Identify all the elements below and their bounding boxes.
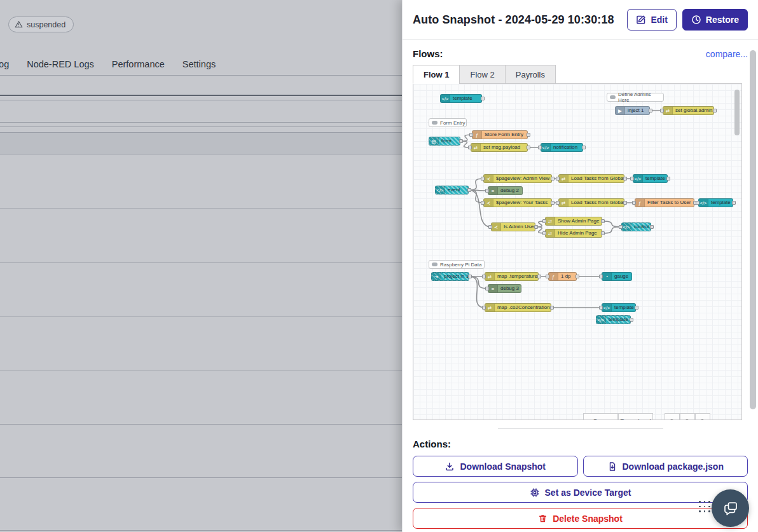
compare-link[interactable]: compare... bbox=[706, 49, 748, 59]
node-port bbox=[556, 201, 560, 205]
table-row-line bbox=[0, 126, 402, 127]
flow-node: ⇄map .co2Concentration bbox=[485, 303, 551, 312]
flow-node: ⇄set global.admins bbox=[663, 106, 714, 115]
download-package-button[interactable]: Download package.json bbox=[583, 456, 748, 477]
node-port bbox=[459, 139, 463, 143]
flow-node: </>template bbox=[440, 94, 482, 103]
zoom-in-icon bbox=[699, 417, 706, 420]
node-port bbox=[482, 306, 486, 310]
node-label: notification bbox=[551, 144, 582, 151]
node-port bbox=[485, 189, 489, 193]
flow-tab-payrolls[interactable]: Payrolls bbox=[505, 65, 556, 84]
download-snapshot-label: Download Snapshot bbox=[460, 461, 546, 472]
flow-node: </>notification bbox=[541, 143, 583, 152]
tab-settings[interactable]: Settings bbox=[183, 59, 216, 69]
node-label: template bbox=[606, 316, 631, 324]
comment-label: Form Entry bbox=[440, 120, 465, 126]
node-label: set global.admins bbox=[673, 107, 714, 114]
tab-log[interactable]: Log bbox=[0, 59, 9, 69]
node-port bbox=[551, 177, 555, 181]
chat-launcher-button[interactable] bbox=[712, 489, 749, 527]
node-port bbox=[619, 225, 623, 229]
node-port bbox=[546, 275, 549, 278]
node-label: gauge bbox=[612, 273, 631, 280]
node-port bbox=[732, 201, 736, 205]
drag-handle-dots[interactable] bbox=[699, 501, 710, 512]
node-label: Load Tasks from Global bbox=[568, 199, 624, 207]
flow-node: ƒ1 dp bbox=[548, 272, 577, 281]
node-port bbox=[538, 146, 542, 149]
zoom-out-button[interactable] bbox=[665, 413, 680, 420]
switch-icon: ≺ bbox=[484, 199, 493, 207]
flow-node: ⇄Show Admin Page bbox=[545, 217, 602, 226]
change-icon: ⇄ bbox=[546, 217, 555, 225]
link-icon: ⇥ bbox=[432, 273, 441, 280]
flow-comment: Raspberry Pi Data bbox=[429, 260, 485, 269]
viewer-export-buttons: Copy Download bbox=[583, 413, 653, 420]
background-page: suspended Log Node-RED Logs Performance … bbox=[0, 0, 402, 532]
node-label: 1 dp bbox=[558, 273, 576, 280]
tab-node-red-logs[interactable]: Node-RED Logs bbox=[27, 59, 94, 69]
node-label: template bbox=[643, 175, 668, 182]
function-icon: ƒ bbox=[549, 273, 558, 280]
drawer-scrollbar-thumb[interactable] bbox=[750, 50, 756, 409]
node-label: Is Admin User bbox=[501, 223, 535, 231]
form-icon: ▤ bbox=[429, 137, 439, 145]
node-port bbox=[713, 109, 717, 113]
viewer-zoom-buttons bbox=[665, 413, 710, 420]
edit-button[interactable]: Edit bbox=[627, 9, 676, 31]
node-port bbox=[482, 275, 486, 278]
table-row-line bbox=[0, 122, 402, 123]
node-label: template bbox=[708, 199, 733, 207]
table-row-line bbox=[0, 132, 402, 133]
change-icon: ⇄ bbox=[559, 199, 568, 207]
zoom-in-button[interactable] bbox=[695, 413, 710, 420]
node-port bbox=[649, 109, 652, 113]
node-port bbox=[481, 97, 485, 100]
inject-icon: ▶ bbox=[616, 107, 625, 114]
flow-node: ≡debug 3 bbox=[488, 284, 521, 293]
table-row-line bbox=[0, 371, 402, 371]
delete-snapshot-button[interactable]: Delete Snapshot bbox=[413, 508, 748, 529]
node-label: form bbox=[439, 137, 460, 145]
flow-tab-flow-1[interactable]: Flow 1 bbox=[413, 65, 459, 84]
flow-node: ▤form bbox=[429, 137, 460, 146]
suspended-badge: suspended bbox=[8, 17, 74, 32]
table-row-line bbox=[0, 100, 402, 100]
download-icon bbox=[444, 461, 455, 472]
zoom-reset-icon bbox=[684, 417, 691, 420]
download-button[interactable]: Download bbox=[618, 413, 653, 420]
node-label: project in 1 bbox=[441, 273, 469, 280]
flows-label: Flows: bbox=[413, 48, 443, 59]
flow-node: ⇄map .temperature bbox=[485, 272, 539, 281]
node-label: debug 3 bbox=[498, 285, 521, 292]
change-icon: ⇄ bbox=[485, 273, 495, 280]
canvas-scrollbar-thumb[interactable] bbox=[734, 90, 740, 135]
node-port bbox=[534, 225, 538, 229]
node-port bbox=[550, 306, 554, 310]
download-snapshot-button[interactable]: Download Snapshot bbox=[413, 456, 578, 477]
flow-tab-flow-2[interactable]: Flow 2 bbox=[459, 65, 504, 84]
change-icon: ⇄ bbox=[471, 144, 481, 151]
change-icon: ⇄ bbox=[559, 175, 568, 182]
table-row-line bbox=[0, 154, 402, 154]
node-port bbox=[582, 146, 586, 149]
suspended-label: suspended bbox=[27, 20, 65, 29]
zoom-reset-button[interactable] bbox=[680, 413, 695, 420]
node-label: $pageview: Your Tasks bbox=[493, 199, 551, 207]
tab-performance[interactable]: Performance bbox=[112, 59, 165, 69]
node-label: Store Form Entry bbox=[482, 131, 527, 139]
flow-node: ≺$pageview: Admin View bbox=[483, 174, 552, 183]
node-port bbox=[551, 201, 555, 205]
flow-node: ⇄Load Tasks from Global bbox=[558, 174, 624, 183]
set-device-target-label: Set as Device Target bbox=[545, 488, 631, 498]
delete-snapshot-label: Delete Snapshot bbox=[553, 514, 623, 524]
node-port bbox=[556, 177, 560, 181]
copy-button[interactable]: Copy bbox=[583, 413, 618, 420]
restore-button[interactable]: Restore bbox=[682, 9, 748, 31]
change-icon: ⇄ bbox=[546, 229, 555, 237]
code-icon: </> bbox=[633, 175, 643, 182]
flow-node: ⇄Hide Admin Page bbox=[545, 229, 602, 238]
set-device-target-button[interactable]: Set as Device Target bbox=[413, 482, 748, 503]
drawer-body: Flows: compare... Flow 1Flow 2Payrolls C… bbox=[403, 40, 758, 529]
